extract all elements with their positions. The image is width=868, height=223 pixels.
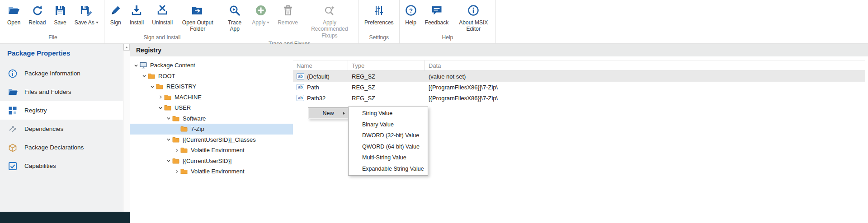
context-menu-item-new[interactable]: New: [309, 108, 348, 118]
tree-item-user[interactable]: USER: [130, 102, 293, 113]
apply-recommended-fixups-label: Apply Recommended Fixups: [306, 19, 353, 39]
table-row[interactable]: ab Path REG_SZ [{ProgramFilesX86}]\7-Zip…: [293, 82, 865, 93]
save-as-button[interactable]: Save As: [71, 2, 103, 27]
chevron-right-icon[interactable]: [173, 169, 180, 174]
chevron-down-icon[interactable]: [149, 84, 156, 89]
submenu-item-dword-value[interactable]: DWORD (32-bit) Value: [349, 130, 428, 141]
tree-item-package-content[interactable]: Package Content: [130, 60, 293, 71]
folder-icon: [172, 158, 181, 164]
folder-icon: [156, 84, 165, 89]
tree-item-currentusersid[interactable]: [{CurrentUserSID}]: [130, 156, 293, 167]
column-header-data[interactable]: Data: [425, 60, 865, 70]
folder-icon: [172, 116, 181, 121]
tree-item-currentusersid-classes[interactable]: [{CurrentUserSID}]_Classes: [130, 135, 293, 145]
apply-recommended-fixups-button[interactable]: Apply Recommended Fixups: [302, 2, 357, 40]
apply-button[interactable]: Apply: [248, 2, 274, 27]
apply-plus-icon: [255, 3, 267, 18]
tree-item-7zip[interactable]: 7-Zip: [130, 124, 293, 135]
save-button[interactable]: Save: [50, 2, 70, 27]
tree-item-volatile-environment-2[interactable]: Volatile Environment: [130, 166, 293, 177]
value-type: REG_SZ: [348, 73, 425, 80]
sign-pencil-icon: [110, 3, 122, 18]
submenu-item-binary-value[interactable]: Binary Value: [349, 119, 428, 130]
trace-app-button[interactable]: Trace App: [222, 2, 248, 33]
scroll-up-button[interactable]: [123, 44, 130, 51]
chevron-down-icon[interactable]: [165, 116, 172, 121]
chevron-down-icon[interactable]: [165, 158, 172, 163]
feedback-bubble-icon: [431, 3, 443, 18]
page-title: Registry: [130, 44, 868, 56]
context-menu: New: [308, 107, 349, 119]
uninstall-button-label: Uninstall: [152, 19, 173, 26]
install-icon: [131, 3, 142, 18]
chevron-right-icon[interactable]: [173, 148, 180, 153]
chevron-right-icon[interactable]: [157, 95, 164, 99]
tree-item-root[interactable]: ROOT: [130, 71, 293, 82]
registry-blocks-icon: [8, 106, 18, 116]
table-row[interactable]: ab (Default) REG_SZ (value not set): [293, 71, 865, 82]
sidebar-item-label: Package Information: [24, 70, 80, 77]
tree-item-machine[interactable]: MACHINE: [130, 92, 293, 103]
ribbon-group-help: ? Help Feedback About MSIX Editor Help: [400, 0, 496, 43]
reload-icon: [31, 3, 43, 18]
reload-button[interactable]: Reload: [24, 2, 50, 27]
tree-item-label: [{CurrentUserSID}]_Classes: [183, 136, 256, 143]
save-icon: [54, 3, 66, 18]
chevron-down-icon[interactable]: [132, 63, 140, 68]
sliders-icon: [373, 3, 385, 18]
value-data: [{ProgramFilesX86}]\7-Zip\: [425, 84, 865, 91]
folder-icon: [180, 126, 189, 132]
sign-button[interactable]: Sign: [106, 2, 126, 27]
value-name: Path: [307, 84, 319, 91]
submenu-item-string-value[interactable]: String Value: [349, 108, 428, 119]
uninstall-icon: [156, 3, 168, 18]
tree-item-registry[interactable]: REGISTRY: [130, 81, 293, 92]
sidebar-item-registry[interactable]: Registry: [0, 101, 130, 120]
tree-item-label: REGISTRY: [166, 83, 196, 90]
sidebar-item-label: Registry: [24, 107, 47, 114]
sidebar-item-files-and-folders[interactable]: Files and Folders: [0, 83, 130, 101]
install-button[interactable]: Install: [126, 2, 148, 27]
help-button[interactable]: ? Help: [401, 2, 421, 27]
submenu-arrow-icon: [343, 112, 345, 115]
trash-icon: [282, 3, 294, 18]
tree-item-software[interactable]: Software: [130, 113, 293, 124]
reg-sz-icon: ab: [297, 73, 304, 79]
chevron-down-icon[interactable]: [157, 106, 164, 110]
checkbox-check-icon: [8, 161, 18, 171]
tree-item-label: MACHINE: [175, 94, 202, 101]
column-header-name[interactable]: Name: [293, 60, 348, 70]
chevron-down-icon[interactable]: [165, 137, 172, 142]
folder-icon: [180, 168, 189, 174]
main-panel: Registry Package Content ROOT REGIS: [130, 44, 868, 223]
sidebar-item-dependencies[interactable]: Dependencies: [0, 120, 130, 138]
remove-button[interactable]: Remove: [274, 2, 302, 27]
submenu-item-multi-string-value[interactable]: Multi-String Value: [349, 152, 428, 163]
ribbon-group-label-settings: Settings: [360, 33, 398, 43]
submenu-item-qword-value[interactable]: QWORD (64-bit) Value: [349, 141, 428, 153]
sidebar-item-package-declarations[interactable]: Package Declarations: [0, 138, 130, 157]
folder-icon: [8, 87, 18, 97]
tree-item-label: Package Content: [150, 62, 195, 69]
tree-item-label: Volatile Environment: [191, 168, 245, 175]
ribbon-toolbar: Open Reload Save Save As: [0, 0, 868, 44]
preferences-button[interactable]: Preferences: [360, 2, 398, 27]
column-header-type[interactable]: Type: [348, 60, 425, 70]
sidebar-item-capabilities[interactable]: Capabilities: [0, 157, 130, 175]
sidebar-item-label: Files and Folders: [24, 88, 71, 95]
about-msix-editor-button[interactable]: About MSIX Editor: [453, 2, 494, 33]
open-button-label: Open: [7, 19, 20, 26]
submenu-item-expandable-string-value[interactable]: Expandable String Value: [349, 163, 428, 175]
chevron-down-icon[interactable]: [141, 74, 148, 78]
table-row[interactable]: ab Path32 REG_SZ [{ProgramFilesX86}]\7-Z…: [293, 93, 865, 103]
open-button[interactable]: Open: [3, 2, 24, 27]
value-name: (Default): [307, 73, 330, 80]
tree-item-volatile-environment-1[interactable]: Volatile Environment: [130, 145, 293, 156]
open-output-folder-button[interactable]: Open Output Folder: [177, 2, 218, 33]
uninstall-button[interactable]: Uninstall: [148, 2, 177, 27]
feedback-button[interactable]: Feedback: [421, 2, 453, 27]
folder-icon: [172, 137, 181, 143]
sidebar-scrollbar[interactable]: [123, 44, 130, 212]
sidebar-item-package-information[interactable]: Package Information: [0, 64, 130, 83]
folder-icon: [164, 94, 173, 100]
